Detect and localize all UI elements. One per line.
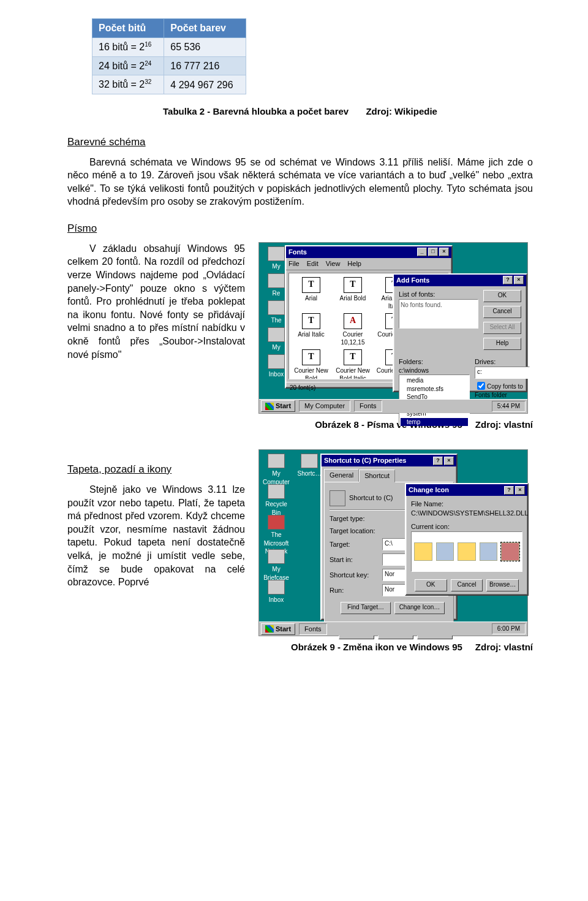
- list-of-fonts-label: List of fonts:: [399, 290, 478, 299]
- target-location-label: Target location:: [330, 527, 379, 536]
- font-item[interactable]: TCourier New Bold: [293, 349, 330, 379]
- th-colors: Počet barev: [164, 19, 246, 38]
- taskbar-button[interactable]: Fonts: [354, 400, 382, 412]
- menu-view[interactable]: View: [326, 259, 341, 268]
- th-bits: Počet bitů: [92, 19, 164, 38]
- desktop-icon[interactable]: Inbox: [263, 580, 290, 604]
- windows-flag-icon: [265, 625, 274, 633]
- change-icon-button[interactable]: Change Icon…: [394, 602, 445, 614]
- heading-barevne-schema: Barevné schéma: [67, 135, 533, 150]
- drive-icon[interactable]: [501, 542, 519, 561]
- font-item[interactable]: ACourier 10,12,15: [334, 313, 371, 347]
- ok-button[interactable]: OK: [483, 290, 521, 302]
- screenshot-fonts: My Re The My Inbox Fonts _ □ × File Edit: [258, 242, 528, 414]
- heading-tapeta: Tapeta, pozadí a ikony: [67, 463, 245, 477]
- add-fonts-title: Add Fonts: [396, 276, 429, 285]
- font-item[interactable]: TCourier New Bold Italic: [334, 349, 371, 379]
- drives-label: Drives:: [475, 357, 530, 367]
- copy-fonts-checkbox[interactable]: Copy fonts to Fonts folder: [475, 383, 523, 399]
- desktop-icon[interactable]: My Computer: [263, 454, 290, 486]
- shortcut-preview-icon: [330, 490, 345, 506]
- windows-flag-icon: [265, 403, 274, 410]
- menubar: File Edit View Help: [286, 258, 451, 270]
- taskbar: Start My Computer Fonts 5:44 PM: [259, 399, 527, 413]
- menu-help[interactable]: Help: [347, 259, 361, 268]
- tab-general[interactable]: General: [324, 469, 359, 482]
- menu-edit[interactable]: Edit: [307, 259, 318, 268]
- taskbar: Start Fonts 6:00 PM: [259, 622, 527, 636]
- shortcut-icon[interactable]: Shortc…: [296, 454, 323, 478]
- figure2-caption: Obrázek 9 - Změna ikon ve Windows 95: [291, 642, 462, 652]
- drive-select[interactable]: c:: [475, 367, 530, 379]
- file-name-label: File Name:: [411, 500, 522, 509]
- table-row: 16 bitů = 216 65 536: [92, 37, 246, 56]
- para-scheme: Barevná schémata ve Windows 95 se od sch…: [67, 156, 533, 208]
- tree-item[interactable]: temp: [401, 418, 468, 427]
- start-button[interactable]: Start: [261, 400, 295, 412]
- maximize-button[interactable]: □: [428, 248, 438, 256]
- heading-pismo: Písmo: [67, 222, 533, 236]
- start-in-label: Start in:: [330, 555, 379, 565]
- folder-open-icon[interactable]: [458, 542, 476, 561]
- para-wallpaper: Stejně jako ve Windows 3.11 lze použít v…: [67, 483, 245, 589]
- font-item[interactable]: TArial Bold: [334, 277, 371, 311]
- run-label: Run:: [330, 586, 379, 595]
- table-caption-source: Zdroj: Wikipedie: [366, 105, 437, 118]
- tree-item[interactable]: msremote.sfs: [401, 385, 468, 393]
- target-label: Target:: [330, 540, 379, 549]
- close-button[interactable]: ×: [444, 457, 454, 465]
- menu-file[interactable]: File: [288, 259, 300, 268]
- figure2-source: Zdroj: vlastní: [475, 642, 533, 652]
- taskbar-button[interactable]: My Computer: [299, 400, 350, 412]
- target-type-label: Target type:: [330, 514, 379, 523]
- desktop-icon[interactable]: My Briefcase: [263, 549, 290, 582]
- close-button[interactable]: ×: [439, 248, 449, 256]
- taskbar-clock: 5:44 PM: [492, 401, 526, 412]
- document-icon[interactable]: [436, 542, 454, 561]
- cancel-button[interactable]: Cancel: [483, 306, 521, 318]
- current-icon-label: Current icon:: [411, 522, 522, 531]
- change-icon-dialog[interactable]: Change Icon ?× File Name: C:\WINDOWS\SYS…: [405, 483, 529, 596]
- screenshot-change-icon: My Computer Recycle Bin The Microsoft Ne…: [258, 449, 528, 636]
- help-icon[interactable]: ?: [433, 457, 443, 465]
- taskbar-clock: 6:00 PM: [492, 623, 526, 634]
- status-text: 20 font(s): [290, 384, 315, 392]
- browse-button[interactable]: Browse…: [486, 579, 519, 591]
- tree-item[interactable]: media: [401, 376, 468, 385]
- system-icon[interactable]: [480, 542, 498, 561]
- fonts-listbox[interactable]: No fonts found.: [399, 299, 478, 329]
- help-icon[interactable]: ?: [503, 276, 513, 284]
- taskbar-button[interactable]: Fonts: [299, 623, 327, 635]
- select-all-button[interactable]: Select All: [483, 322, 521, 334]
- add-fonts-dialog[interactable]: Add Fonts ? × List of fonts: No fonts fo…: [393, 273, 527, 392]
- minimize-button[interactable]: _: [417, 248, 427, 256]
- table-row: 24 bitů = 224 16 777 216: [92, 56, 246, 75]
- shortcut-key-label: Shortcut key:: [330, 571, 379, 580]
- help-icon[interactable]: ?: [504, 486, 514, 495]
- folders-path: c:\windows: [399, 367, 470, 375]
- fonts-window-title: Fonts: [288, 248, 307, 257]
- ok-button[interactable]: OK: [415, 579, 447, 591]
- tab-shortcut[interactable]: Shortcut: [359, 470, 395, 482]
- properties-title: Shortcut to (C) Properties: [324, 456, 406, 465]
- font-item[interactable]: TArial: [293, 277, 330, 311]
- folder-icon[interactable]: [414, 542, 432, 561]
- table-row: 32 bitů = 232 4 294 967 296: [92, 75, 246, 94]
- start-button[interactable]: Start: [261, 623, 295, 635]
- close-button[interactable]: ×: [514, 276, 524, 284]
- find-target-button[interactable]: Find Target…: [341, 602, 391, 614]
- help-button[interactable]: Help: [483, 338, 521, 350]
- para-fonts: V základu obsahují Windows 95 celkem 20 …: [67, 242, 245, 361]
- table-caption: Tabulka 2 - Barevná hloubka a počet bare…: [163, 106, 349, 116]
- bits-table: Počet bitů Počet barev 16 bitů = 216 65 …: [92, 18, 246, 94]
- file-name-input[interactable]: C:\WINDOWS\SYSTEM\SHELL32.DLL: [411, 509, 522, 519]
- desktop-icon[interactable]: Recycle Bin: [263, 484, 290, 517]
- close-button[interactable]: ×: [515, 486, 525, 495]
- font-item[interactable]: TArial Italic: [293, 313, 330, 347]
- folders-label: Folders:: [399, 357, 470, 367]
- change-icon-title: Change Icon: [409, 485, 449, 495]
- shortcut-name: Shortcut to (C): [349, 493, 393, 503]
- cancel-button[interactable]: Cancel: [451, 579, 483, 591]
- icon-picker[interactable]: [411, 531, 522, 572]
